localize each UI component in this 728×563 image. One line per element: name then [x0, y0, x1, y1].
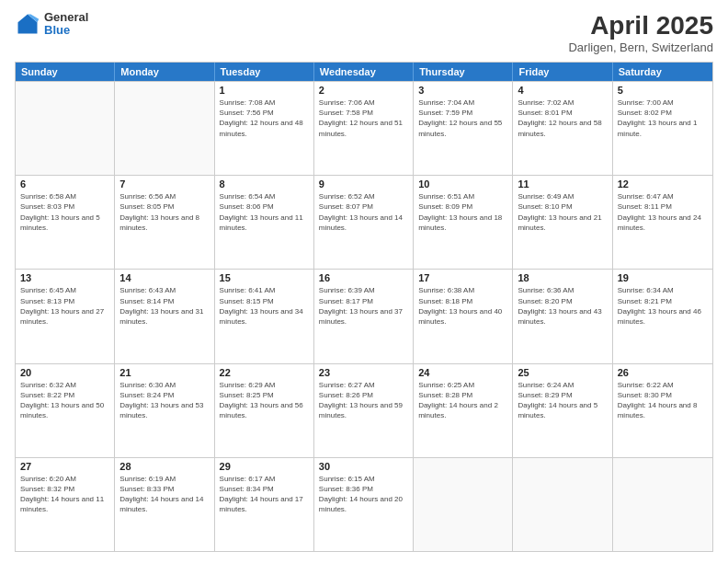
calendar-page: General Blue April 2025 Darligen, Bern, … [0, 0, 728, 563]
day-number: 15 [220, 272, 309, 283]
cal-cell: 21Sunrise: 6:30 AM Sunset: 8:24 PM Dayli… [115, 364, 214, 457]
day-info: Sunrise: 6:20 AM Sunset: 8:32 PM Dayligh… [20, 474, 109, 515]
day-info: Sunrise: 6:19 AM Sunset: 8:33 PM Dayligh… [119, 474, 209, 515]
cal-cell [115, 82, 214, 175]
week-row-1: 1Sunrise: 7:08 AM Sunset: 7:56 PM Daylig… [16, 81, 712, 175]
week-row-4: 20Sunrise: 6:32 AM Sunset: 8:22 PM Dayli… [16, 363, 712, 457]
cal-cell: 14Sunrise: 6:43 AM Sunset: 8:14 PM Dayli… [115, 270, 214, 362]
day-info: Sunrise: 6:29 AM Sunset: 8:25 PM Dayligh… [220, 380, 309, 421]
day-header-friday: Friday [513, 63, 612, 81]
day-info: Sunrise: 6:34 AM Sunset: 8:21 PM Dayligh… [618, 285, 708, 327]
day-number: 22 [220, 367, 309, 378]
day-number: 11 [518, 178, 607, 190]
day-header-thursday: Thursday [414, 63, 513, 81]
day-info: Sunrise: 6:17 AM Sunset: 8:34 PM Dayligh… [220, 474, 309, 515]
day-info: Sunrise: 6:54 AM Sunset: 8:06 PM Dayligh… [220, 191, 309, 233]
cal-cell: 10Sunrise: 6:51 AM Sunset: 8:09 PM Dayli… [414, 176, 513, 269]
cal-cell: 1Sunrise: 7:08 AM Sunset: 7:56 PM Daylig… [215, 82, 314, 175]
day-header-saturday: Saturday [613, 63, 712, 81]
logo-blue-text: Blue [44, 24, 88, 37]
cal-cell: 20Sunrise: 6:32 AM Sunset: 8:22 PM Dayli… [16, 364, 115, 457]
day-info: Sunrise: 6:22 AM Sunset: 8:30 PM Dayligh… [618, 380, 708, 421]
day-number: 7 [119, 178, 209, 190]
cal-cell [414, 458, 513, 551]
day-info: Sunrise: 6:38 AM Sunset: 8:18 PM Dayligh… [418, 285, 507, 327]
cal-cell: 29Sunrise: 6:17 AM Sunset: 8:34 PM Dayli… [215, 458, 314, 551]
day-info: Sunrise: 7:08 AM Sunset: 7:56 PM Dayligh… [220, 98, 309, 139]
page-header: General Blue April 2025 Darligen, Bern, … [15, 11, 713, 54]
day-info: Sunrise: 7:02 AM Sunset: 8:01 PM Dayligh… [518, 98, 607, 139]
cal-cell: 9Sunrise: 6:52 AM Sunset: 8:07 PM Daylig… [314, 176, 414, 269]
cal-cell: 27Sunrise: 6:20 AM Sunset: 8:32 PM Dayli… [16, 458, 115, 551]
day-info: Sunrise: 6:32 AM Sunset: 8:22 PM Dayligh… [20, 380, 109, 421]
cal-cell: 23Sunrise: 6:27 AM Sunset: 8:26 PM Dayli… [314, 364, 414, 457]
day-number: 29 [220, 461, 309, 472]
cal-cell: 7Sunrise: 6:56 AM Sunset: 8:05 PM Daylig… [115, 176, 214, 269]
day-info: Sunrise: 7:04 AM Sunset: 7:59 PM Dayligh… [418, 98, 507, 139]
day-info: Sunrise: 6:52 AM Sunset: 8:07 PM Dayligh… [319, 191, 408, 233]
cal-cell: 12Sunrise: 6:47 AM Sunset: 8:11 PM Dayli… [613, 176, 712, 269]
day-info: Sunrise: 6:41 AM Sunset: 8:15 PM Dayligh… [220, 285, 309, 327]
day-info: Sunrise: 6:27 AM Sunset: 8:26 PM Dayligh… [319, 380, 408, 421]
day-number: 20 [20, 367, 109, 378]
day-number: 25 [518, 367, 607, 378]
cal-cell: 19Sunrise: 6:34 AM Sunset: 8:21 PM Dayli… [613, 270, 712, 362]
day-header-tuesday: Tuesday [215, 63, 314, 81]
day-number: 23 [319, 367, 408, 378]
day-number: 12 [618, 178, 708, 190]
day-number: 26 [618, 367, 708, 378]
week-row-2: 6Sunrise: 6:58 AM Sunset: 8:03 PM Daylig… [16, 175, 712, 269]
day-number: 30 [319, 461, 408, 472]
day-info: Sunrise: 6:30 AM Sunset: 8:24 PM Dayligh… [119, 380, 209, 421]
day-info: Sunrise: 6:25 AM Sunset: 8:28 PM Dayligh… [418, 380, 507, 421]
day-info: Sunrise: 7:00 AM Sunset: 8:02 PM Dayligh… [618, 98, 708, 139]
cal-cell: 13Sunrise: 6:45 AM Sunset: 8:13 PM Dayli… [16, 270, 115, 362]
day-info: Sunrise: 6:15 AM Sunset: 8:36 PM Dayligh… [319, 474, 408, 515]
calendar-body: 1Sunrise: 7:08 AM Sunset: 7:56 PM Daylig… [16, 81, 712, 551]
day-info: Sunrise: 6:43 AM Sunset: 8:14 PM Dayligh… [119, 285, 209, 327]
logo-general-text: General [44, 11, 88, 24]
day-header-monday: Monday [115, 63, 214, 81]
day-number: 8 [220, 178, 309, 190]
cal-cell: 11Sunrise: 6:49 AM Sunset: 8:10 PM Dayli… [513, 176, 612, 269]
day-number: 21 [119, 367, 209, 378]
day-number: 13 [20, 272, 109, 283]
day-info: Sunrise: 7:06 AM Sunset: 7:58 PM Dayligh… [319, 98, 408, 139]
day-number: 6 [20, 178, 109, 190]
logo-text: General Blue [44, 11, 88, 38]
day-info: Sunrise: 6:58 AM Sunset: 8:03 PM Dayligh… [20, 191, 109, 233]
day-info: Sunrise: 6:39 AM Sunset: 8:17 PM Dayligh… [319, 285, 408, 327]
cal-cell [613, 458, 712, 551]
cal-cell: 8Sunrise: 6:54 AM Sunset: 8:06 PM Daylig… [215, 176, 314, 269]
cal-cell [513, 458, 612, 551]
title-block: April 2025 Darligen, Bern, Switzerland [568, 11, 713, 54]
day-number: 19 [618, 272, 708, 283]
cal-cell: 17Sunrise: 6:38 AM Sunset: 8:18 PM Dayli… [414, 270, 513, 362]
cal-cell: 18Sunrise: 6:36 AM Sunset: 8:20 PM Dayli… [513, 270, 612, 362]
day-info: Sunrise: 6:56 AM Sunset: 8:05 PM Dayligh… [119, 191, 209, 233]
location-title: Darligen, Bern, Switzerland [568, 40, 713, 54]
cal-cell: 30Sunrise: 6:15 AM Sunset: 8:36 PM Dayli… [314, 458, 414, 551]
day-number: 2 [319, 85, 408, 96]
day-info: Sunrise: 6:36 AM Sunset: 8:20 PM Dayligh… [518, 285, 607, 327]
day-number: 16 [319, 272, 408, 283]
day-number: 9 [319, 178, 408, 190]
day-number: 1 [220, 85, 309, 96]
day-info: Sunrise: 6:47 AM Sunset: 8:11 PM Dayligh… [618, 191, 708, 233]
day-number: 28 [119, 461, 209, 472]
day-info: Sunrise: 6:51 AM Sunset: 8:09 PM Dayligh… [418, 191, 507, 233]
cal-cell: 2Sunrise: 7:06 AM Sunset: 7:58 PM Daylig… [314, 82, 414, 175]
cal-cell: 28Sunrise: 6:19 AM Sunset: 8:33 PM Dayli… [115, 458, 214, 551]
day-number: 24 [418, 367, 507, 378]
cal-cell: 5Sunrise: 7:00 AM Sunset: 8:02 PM Daylig… [613, 82, 712, 175]
week-row-3: 13Sunrise: 6:45 AM Sunset: 8:13 PM Dayli… [16, 269, 712, 362]
calendar: SundayMondayTuesdayWednesdayThursdayFrid… [15, 62, 713, 552]
day-info: Sunrise: 6:45 AM Sunset: 8:13 PM Dayligh… [20, 285, 109, 327]
logo: General Blue [15, 11, 88, 38]
cal-cell: 22Sunrise: 6:29 AM Sunset: 8:25 PM Dayli… [215, 364, 314, 457]
day-header-wednesday: Wednesday [314, 63, 414, 81]
day-number: 3 [418, 85, 507, 96]
calendar-header: SundayMondayTuesdayWednesdayThursdayFrid… [16, 63, 712, 81]
cal-cell: 3Sunrise: 7:04 AM Sunset: 7:59 PM Daylig… [414, 82, 513, 175]
day-info: Sunrise: 6:24 AM Sunset: 8:29 PM Dayligh… [518, 380, 607, 421]
